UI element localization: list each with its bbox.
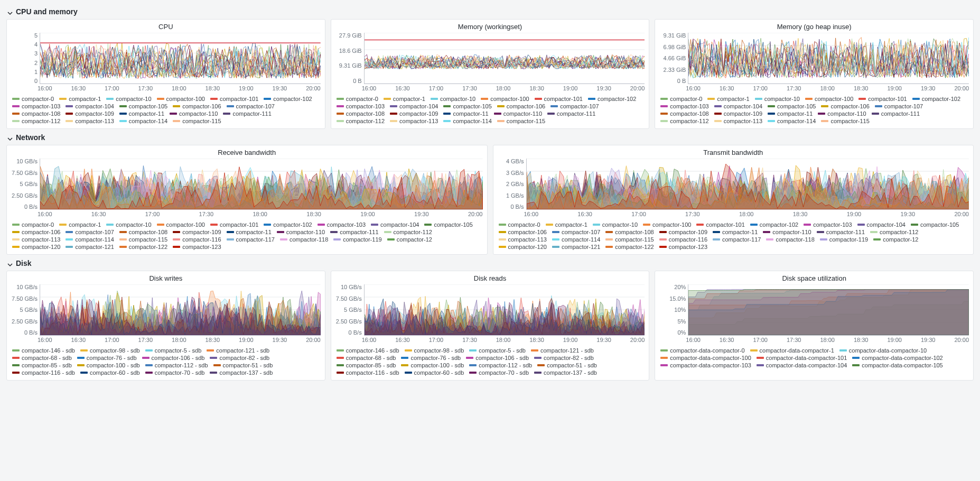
legend-item[interactable]: compactor-10 bbox=[593, 221, 638, 228]
legend-item[interactable]: compactor-101 bbox=[535, 96, 583, 102]
section-header-disk[interactable]: Disk bbox=[7, 259, 974, 267]
legend-item[interactable]: compactor-116 - sdb bbox=[337, 369, 399, 376]
legend-item[interactable]: compactor-107 bbox=[875, 103, 923, 109]
legend-item[interactable]: compactor-106 bbox=[821, 103, 869, 109]
legend-item[interactable]: compactor-10 bbox=[431, 96, 475, 102]
legend-item[interactable]: compactor-115 bbox=[497, 118, 545, 124]
legend-item[interactable]: compactor-100 - sdb bbox=[77, 362, 140, 368]
legend-item[interactable]: compactor-51 - sdb bbox=[213, 362, 273, 368]
legend-item[interactable]: compactor-data-compactor-104 bbox=[757, 362, 847, 368]
legend-item[interactable]: compactor-1 bbox=[707, 96, 749, 102]
legend-item[interactable]: compactor-12 bbox=[873, 236, 918, 243]
legend-item[interactable]: compactor-111 bbox=[330, 229, 378, 235]
legend-item[interactable]: compactor-109 bbox=[66, 110, 114, 117]
plot-area[interactable] bbox=[40, 284, 321, 336]
legend-item[interactable]: compactor-121 bbox=[552, 244, 600, 250]
legend-item[interactable]: compactor-110 bbox=[277, 229, 325, 235]
legend-item[interactable]: compactor-1 bbox=[384, 96, 425, 102]
legend-item[interactable]: compactor-101 bbox=[210, 96, 258, 102]
legend-item[interactable]: compactor-105 bbox=[443, 103, 491, 109]
legend-item[interactable]: compactor-112 bbox=[870, 229, 918, 235]
legend-item[interactable]: compactor-data-compactor-103 bbox=[660, 362, 751, 368]
legend-item[interactable]: compactor-110 bbox=[763, 229, 811, 235]
legend-item[interactable]: compactor-5 - sdb bbox=[469, 347, 526, 354]
legend-item[interactable]: compactor-11 bbox=[713, 229, 758, 235]
legend-item[interactable]: compactor-data-compactor-105 bbox=[852, 362, 942, 368]
legend-item[interactable]: compactor-76 - sdb bbox=[401, 355, 461, 361]
legend-item[interactable]: compactor-121 - sdb bbox=[531, 347, 594, 354]
legend-item[interactable]: compactor-106 - sdb bbox=[466, 355, 529, 361]
legend-item[interactable]: compactor-10 bbox=[106, 96, 151, 102]
legend-item[interactable]: compactor-119 bbox=[333, 236, 381, 243]
legend-item[interactable]: compactor-0 bbox=[660, 96, 702, 102]
legend-item[interactable]: compactor-1 bbox=[546, 221, 587, 228]
legend-item[interactable]: compactor-114 bbox=[443, 118, 491, 124]
legend-item[interactable]: compactor-11 bbox=[119, 110, 164, 117]
legend-item[interactable]: compactor-109 bbox=[659, 229, 707, 235]
legend-item[interactable]: compactor-76 - sdb bbox=[77, 355, 137, 361]
legend-item[interactable]: compactor-112 bbox=[337, 118, 385, 124]
legend-item[interactable]: compactor-82 - sdb bbox=[534, 355, 594, 361]
legend-item[interactable]: compactor-120 bbox=[499, 244, 547, 250]
plot-area[interactable] bbox=[526, 159, 969, 210]
legend-item[interactable]: compactor-110 bbox=[170, 110, 218, 117]
legend-item[interactable]: compactor-data-compactor-10 bbox=[839, 347, 927, 354]
legend-item[interactable]: compactor-122 bbox=[119, 244, 167, 250]
legend-item[interactable]: compactor-109 bbox=[714, 110, 762, 117]
legend-item[interactable]: compactor-118 bbox=[766, 236, 814, 243]
legend-item[interactable]: compactor-104 bbox=[714, 103, 762, 109]
legend-item[interactable]: compactor-108 bbox=[12, 110, 60, 117]
legend-item[interactable]: compactor-data-compactor-101 bbox=[757, 355, 847, 361]
legend-item[interactable]: compactor-123 bbox=[173, 244, 221, 250]
legend-item[interactable]: compactor-115 bbox=[119, 236, 167, 243]
legend-item[interactable]: compactor-5 - sdb bbox=[145, 347, 202, 354]
panel-disk-space[interactable]: Disk space utilization20%15.0%10%5%0%16:… bbox=[655, 271, 974, 381]
legend-item[interactable]: compactor-data-compactor-100 bbox=[660, 355, 751, 361]
legend-item[interactable]: compactor-104 bbox=[390, 103, 438, 109]
legend-item[interactable]: compactor-11 bbox=[768, 110, 813, 117]
legend-item[interactable]: compactor-104 bbox=[66, 103, 114, 109]
plot-area[interactable] bbox=[364, 33, 645, 84]
legend-item[interactable]: compactor-137 - sdb bbox=[210, 369, 273, 376]
legend-item[interactable]: compactor-100 bbox=[643, 221, 691, 228]
legend-item[interactable]: compactor-60 - sdb bbox=[80, 369, 140, 376]
legend-item[interactable]: compactor-115 bbox=[605, 236, 654, 243]
plot-area[interactable] bbox=[688, 284, 969, 336]
legend-item[interactable]: compactor-data-compactor-1 bbox=[750, 347, 834, 354]
legend-item[interactable]: compactor-106 bbox=[497, 103, 545, 109]
legend-item[interactable]: compactor-111 bbox=[223, 110, 271, 117]
legend-item[interactable]: compactor-0 bbox=[337, 96, 378, 102]
legend-item[interactable]: compactor-120 bbox=[12, 244, 60, 250]
section-header-cpu-memory[interactable]: CPU and memory bbox=[7, 7, 974, 16]
legend-item[interactable]: compactor-12 bbox=[387, 236, 432, 243]
legend-item[interactable]: compactor-103 bbox=[660, 103, 708, 109]
legend-item[interactable]: compactor-111 bbox=[547, 110, 595, 117]
legend-item[interactable]: compactor-105 bbox=[911, 221, 959, 228]
legend-item[interactable]: compactor-118 bbox=[280, 236, 328, 243]
legend-item[interactable]: compactor-104 bbox=[371, 221, 419, 228]
legend-item[interactable]: compactor-116 - sdb bbox=[12, 369, 75, 376]
legend-item[interactable]: compactor-102 bbox=[912, 96, 960, 102]
legend-item[interactable]: compactor-107 bbox=[66, 229, 114, 235]
legend-item[interactable]: compactor-103 bbox=[337, 103, 385, 109]
plot-area[interactable] bbox=[688, 33, 969, 84]
legend-item[interactable]: compactor-121 bbox=[66, 244, 114, 250]
legend-item[interactable]: compactor-105 bbox=[424, 221, 472, 228]
legend-item[interactable]: compactor-1 bbox=[59, 96, 101, 102]
legend-item[interactable]: compactor-119 bbox=[820, 236, 868, 243]
legend-item[interactable]: compactor-70 - sdb bbox=[145, 369, 205, 376]
legend-item[interactable]: compactor-113 bbox=[66, 118, 114, 124]
legend-item[interactable]: compactor-111 bbox=[817, 229, 865, 235]
legend-item[interactable]: compactor-122 bbox=[605, 244, 654, 250]
legend-item[interactable]: compactor-106 bbox=[499, 229, 547, 235]
legend-item[interactable]: compactor-100 bbox=[157, 221, 205, 228]
legend-item[interactable]: compactor-0 bbox=[499, 221, 540, 228]
legend-item[interactable]: compactor-107 bbox=[227, 103, 275, 109]
legend-item[interactable]: compactor-114 bbox=[552, 236, 600, 243]
legend-item[interactable]: compactor-112 bbox=[384, 229, 432, 235]
legend-item[interactable]: compactor-108 bbox=[605, 229, 654, 235]
legend-item[interactable]: compactor-108 bbox=[660, 110, 708, 117]
legend-item[interactable]: compactor-104 bbox=[857, 221, 906, 228]
legend-item[interactable]: compactor-121 - sdb bbox=[207, 347, 269, 354]
legend-item[interactable]: compactor-51 - sdb bbox=[537, 362, 597, 368]
